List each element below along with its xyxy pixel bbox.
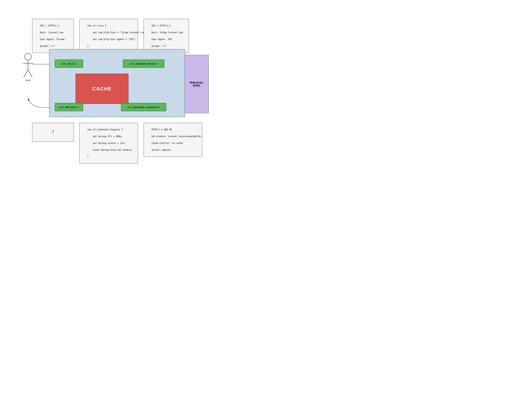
bot-mid-line3: set beresp.status = 123; <box>87 142 125 144</box>
top-left-code-box: GET / HTTP/1.1 Host: laravel.com User-Ag… <box>32 19 74 53</box>
top-mid-line4: } <box>87 45 89 47</box>
bot-mid-line1: sub vcl_backend_response { <box>87 128 123 131</box>
top-left-code-line3: User-Agent: Chrome <box>40 38 65 41</box>
bot-mid-line5: } <box>87 155 89 158</box>
bot-right-line1: HTTP/1.1 200 OK <box>152 128 172 131</box>
diagram-container: User GET / HTTP/1.1 Host: laravel.com Us… <box>0 0 242 181</box>
bottom-left-code-box: ? <box>32 123 74 142</box>
top-mid-line1: sub vcl_recv { <box>87 24 106 27</box>
svg-line-5 <box>28 70 32 77</box>
top-left-code-line1: GET / HTTP/1.1 <box>40 24 59 27</box>
top-right-code-box: GET / HTTP/1.1 Host: forge.laravel.com U… <box>143 19 189 53</box>
bot-right-line4: Server: Apache <box>152 149 171 151</box>
top-right-line3: User-Agent: IE5 <box>152 38 172 41</box>
vcl-deliver-box: vcl_deliver() <box>55 103 83 111</box>
webserver-label1: Webserver <box>190 81 203 84</box>
bot-mid-line2: set beresp.ttl = 600s; <box>87 135 123 138</box>
vcl-recv-box: vcl_recv() <box>55 59 83 68</box>
webserver-label2: (PHP) <box>193 84 200 87</box>
cache-label: CACHE <box>92 86 112 92</box>
vcl-backend-response-box: vcl_backend_response() <box>121 103 166 111</box>
svg-line-4 <box>24 70 28 77</box>
bottom-middle-code-box: sub vcl_backend_response { set beresp.tt… <box>79 123 138 164</box>
top-middle-code-box: sub vcl_recv { set req.http.host = "forg… <box>79 19 138 53</box>
webserver-box: Webserver (PHP) <box>184 55 209 113</box>
bot-right-line3: Cache-Control: no-cache <box>152 142 183 144</box>
bot-right-line2: Set-Cookie: laravel_session=eyJpdil6... <box>152 135 205 138</box>
bot-mid-line4: unset beresp.http.set-cookie; <box>87 149 132 151</box>
top-right-line4: Accept: */* <box>152 45 166 47</box>
top-mid-line3: set req.http.User-Agent = "IE5"; <box>87 38 136 41</box>
cache-box: CACHE <box>76 74 128 104</box>
top-mid-line2: set req.http.host = "forge.laravel.com"; <box>87 31 147 34</box>
svg-point-1 <box>25 53 31 60</box>
bottom-right-code-box: HTTP/1.1 200 OK Set-Cookie: laravel_sess… <box>143 123 202 157</box>
bottom-left-content: ? <box>52 129 54 136</box>
top-left-code-line2: Host: laravel.com <box>40 31 63 34</box>
top-right-line1: GET / HTTP/1.1 <box>152 24 171 27</box>
top-left-code-line4: Accept: */* <box>40 45 55 47</box>
top-right-line2: Host: forge.laravel.com <box>152 31 183 34</box>
vcl-backend-fetch-box: vcl_backend_fetch() <box>123 59 164 68</box>
svg-text:User: User <box>25 79 31 82</box>
